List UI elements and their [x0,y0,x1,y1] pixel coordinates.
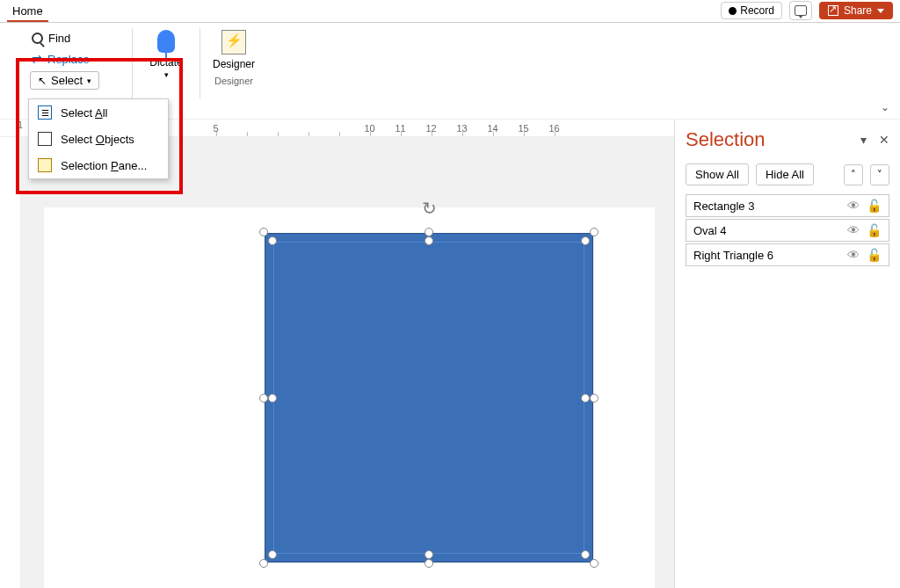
menu-label: Select Objects [61,133,134,146]
select-all-icon: ☰ [38,105,52,120]
selection-pane-title: Selection [686,128,766,151]
ruler-mark: 12 [416,123,446,134]
rotate-handle-icon[interactable]: ↻ [422,198,437,219]
tab-home[interactable]: Home [7,2,48,22]
find-button[interactable]: Find [26,28,123,48]
ruler-mark: 15 [508,123,539,134]
find-label: Find [48,32,70,45]
search-icon [32,33,43,44]
chevron-down-icon: ▾ [164,70,169,79]
chevron-down-icon: ▾ [87,76,91,85]
resize-handle[interactable] [268,550,277,559]
resize-handle[interactable] [268,394,277,403]
lock-toggle-icon[interactable] [867,199,882,213]
pane-close-button[interactable]: ✕ [879,133,889,147]
lock-toggle-icon[interactable] [867,223,882,237]
menu-label: Select All [61,106,107,120]
ruler-mark: 5 [200,123,231,134]
select-dropdown-button[interactable]: ↖ Select ▾ [30,71,99,90]
resize-handle[interactable] [425,228,433,236]
selection-list-item[interactable]: Rectangle 3 [686,194,889,217]
share-label: Share [844,4,872,17]
pane-options-button[interactable]: ▾ [860,133,867,147]
hide-all-button[interactable]: Hide All [756,163,814,185]
resize-handle[interactable] [590,228,599,236]
editing-group: Find ⇄ Replace ↖ Select ▾ [26,28,123,98]
selection-item-label: Right Triangle 6 [693,249,773,262]
designer-label: Designer [213,58,255,70]
replace-label: Replace [47,53,90,66]
designer-group-label: Designer [209,76,258,86]
selection-list: Rectangle 3Oval 4Right Triangle 6 [686,194,889,266]
select-label: Select [51,74,83,87]
inner-selection-outline [273,242,584,554]
selection-pane: Selection ▾ ✕ Show All Hide All ˄ ˅ Rect… [674,120,900,588]
visibility-toggle-icon[interactable] [847,248,860,262]
record-button[interactable]: Record [721,2,782,19]
ruler-mark: 16 [539,123,570,134]
resize-handle[interactable] [259,394,268,403]
move-down-button[interactable]: ˅ [870,164,889,185]
show-all-button[interactable]: Show All [686,163,749,185]
ruler-mark: 1 [18,120,23,130]
replace-icon: ⇄ [32,52,42,66]
designer-icon [221,30,246,54]
replace-button[interactable]: ⇄ Replace [26,48,123,69]
chevron-down-icon [877,9,884,13]
ruler-mark [293,123,323,134]
menu-selection-pane[interactable]: Selection Pane... [29,152,168,178]
resize-handle[interactable] [581,236,590,245]
share-icon [828,5,838,16]
resize-handle[interactable] [425,559,433,568]
ruler-mark: 14 [477,123,508,134]
dictate-button[interactable]: Dictate ▾ [142,28,191,98]
resize-handle[interactable] [268,236,277,245]
dictate-label: Dictate [149,56,182,69]
ruler-mark [262,123,293,134]
microphone-icon [157,30,175,53]
tab-bar: Home Record Share [0,0,900,23]
ruler-mark [323,123,354,134]
resize-handle[interactable] [581,394,590,403]
resize-handle[interactable] [259,559,268,568]
select-objects-icon [38,132,52,146]
visibility-toggle-icon[interactable] [847,223,860,237]
selection-pane-icon [38,158,52,172]
share-button[interactable]: Share [819,2,893,19]
visibility-toggle-icon[interactable] [847,199,860,213]
menu-select-all[interactable]: ☰ Select All [29,99,168,126]
ruler-mark: 13 [446,123,477,134]
ruler-mark: 10 [354,123,385,134]
move-up-button[interactable]: ˄ [844,164,863,185]
resize-handle[interactable] [425,236,433,245]
select-dropdown-menu: ☰ Select All Select Objects Selection Pa… [28,98,169,179]
selection-list-item[interactable]: Oval 4 [686,219,889,242]
chat-icon [795,5,807,16]
record-label: Record [740,4,774,17]
resize-handle[interactable] [590,394,599,403]
resize-handle[interactable] [581,550,590,559]
vertical-ruler [0,137,21,588]
designer-button[interactable]: Designer [209,28,258,70]
selection-item-label: Rectangle 3 [693,200,754,213]
resize-handle[interactable] [425,550,433,559]
record-icon [729,7,737,15]
selected-shape[interactable]: ↻ [249,224,609,571]
menu-label: Selection Pane... [61,159,147,172]
resize-handle[interactable] [259,228,268,236]
selection-list-item[interactable]: Right Triangle 6 [686,243,889,266]
ruler-mark: 11 [385,123,416,134]
resize-handle[interactable] [590,559,599,568]
selection-item-label: Oval 4 [693,224,727,237]
ruler-mark [231,123,262,134]
lock-toggle-icon[interactable] [867,248,882,262]
comments-button[interactable] [789,1,812,20]
cursor-icon: ↖ [38,75,47,87]
ribbon-collapse-button[interactable]: ⌄ [881,101,889,113]
menu-select-objects[interactable]: Select Objects [29,126,168,152]
